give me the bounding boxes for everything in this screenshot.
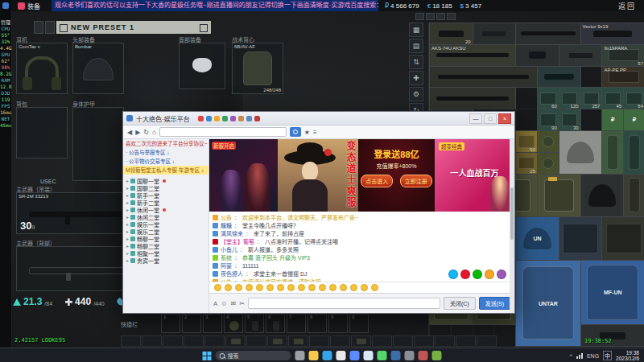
expander-icon[interactable]: ▸: [126, 257, 129, 263]
message-user[interactable]: 夜色撩人: [221, 269, 243, 278]
window-titlebar[interactable]: 十大绝色·娱乐平台 — □ ×: [123, 112, 514, 125]
strip-slot[interactable]: [372, 335, 392, 347]
stash-item[interactable]: 257: [580, 87, 603, 109]
back-icon[interactable]: ◀: [127, 129, 132, 136]
browser-icon[interactable]: [350, 351, 360, 360]
stash-item[interactable]: [537, 66, 581, 88]
slot-earpiece[interactable]: ComTac v: [16, 43, 68, 94]
ad-banner-taoist[interactable]: 变态道士爽服: [278, 139, 358, 212]
message-user[interactable]: 系统: [221, 253, 232, 261]
stash-item[interactable]: ₽: [623, 109, 644, 131]
room-item[interactable]: ▸国聊二堂: [123, 184, 208, 191]
expander-icon[interactable]: ▸: [126, 185, 129, 191]
message-user[interactable]: 【堂主】葡萄: [221, 237, 254, 245]
stash-item[interactable]: [515, 23, 580, 45]
room-item[interactable]: ▸新手二堂: [123, 199, 208, 206]
back-button[interactable]: 返回: [618, 1, 636, 11]
preset-header[interactable]: NEW PRESET 1: [56, 21, 211, 34]
stash-item[interactable]: UN: [515, 216, 559, 261]
room-item[interactable]: ▸畅聊二堂: [123, 242, 208, 249]
obs-icon[interactable]: [405, 351, 415, 360]
quickbar-slot-7[interactable]: 7: [287, 314, 306, 333]
tab-favicon-7[interactable]: [254, 116, 260, 121]
wechat-icon[interactable]: [378, 351, 387, 360]
emoji-icon[interactable]: [361, 284, 368, 291]
tab-favicon-0[interactable]: [198, 116, 204, 121]
room-item[interactable]: ▸新手一堂: [123, 191, 208, 199]
stash-item[interactable]: [537, 152, 559, 175]
stash-item[interactable]: [537, 130, 559, 153]
expander-icon[interactable]: ▸: [126, 178, 129, 183]
quickbar-slot-0[interactable]: 0: [349, 314, 369, 333]
stash-item[interactable]: [429, 87, 516, 109]
room-item[interactable]: ▸娱乐二堂: [123, 228, 208, 235]
notice-item[interactable]: · 公平物价交易专区 ↓: [123, 157, 208, 166]
tray-chevron-icon[interactable]: ^: [570, 353, 572, 359]
strip-slot[interactable]: [309, 335, 329, 347]
expander-icon[interactable]: ▸: [126, 192, 129, 198]
stash-tool-icon-3[interactable]: ✚: [409, 71, 423, 85]
strip-slot[interactable]: [393, 335, 413, 347]
close-chat-button[interactable]: 关闭(C): [444, 297, 476, 310]
expander-icon[interactable]: ▸: [126, 250, 129, 256]
maximize-button[interactable]: □: [484, 113, 497, 124]
expander-icon[interactable]: ▸: [126, 221, 129, 227]
refresh-icon[interactable]: ↻: [143, 129, 149, 136]
strip-slot[interactable]: [435, 335, 455, 347]
forward-icon[interactable]: ▶: [135, 129, 140, 136]
game-icon[interactable]: [497, 269, 506, 279]
sina-icon[interactable]: [460, 269, 470, 279]
ime-indicator[interactable]: 中: [603, 351, 612, 360]
strip-slot[interactable]: [330, 335, 350, 347]
strip-slot[interactable]: [288, 335, 308, 347]
send-button[interactable]: 发送(S): [479, 297, 510, 310]
tab-favicon-5[interactable]: [238, 116, 244, 121]
ad-banner-promo[interactable]: 登录送88亿 充值爆率+800% 点击进入 立即注册: [358, 139, 435, 212]
language-indicator[interactable]: ENG: [587, 353, 599, 359]
expander-icon[interactable]: ▸: [126, 243, 129, 249]
stash-item[interactable]: Vector 9x19: [580, 23, 644, 45]
emoji-icon[interactable]: [340, 284, 347, 291]
scrollbar[interactable]: [510, 139, 514, 313]
quickbar-slot-9[interactable]: 9: [328, 314, 348, 333]
message-user[interactable]: 公告: [221, 213, 232, 221]
strip-slot[interactable]: [204, 335, 225, 347]
stash-item[interactable]: 120: [559, 87, 581, 109]
emoji-icon[interactable]: [246, 284, 253, 291]
stash-item[interactable]: [537, 174, 581, 218]
stash-item[interactable]: [623, 130, 644, 175]
stash-tab-3[interactable]: [436, 13, 445, 20]
tab-favicon-3[interactable]: [222, 116, 228, 121]
stash-tab-2[interactable]: [426, 13, 435, 20]
home-icon[interactable]: ⌂: [152, 129, 156, 136]
attachment-icon[interactable]: ✉: [231, 300, 237, 307]
strip-slot[interactable]: [267, 335, 287, 347]
message-user[interactable]: 糖糖: [221, 221, 232, 229]
slot-backpack[interactable]: [16, 107, 68, 158]
emoji-icon[interactable]: [277, 284, 284, 291]
slot-body-armor[interactable]: [72, 107, 124, 181]
room-item[interactable]: ▸休闲二堂: [123, 213, 208, 220]
stash-item[interactable]: [623, 174, 644, 218]
qq-icon[interactable]: [364, 351, 374, 360]
emoji-icon[interactable]: [308, 284, 316, 291]
room-item[interactable]: ▸国聊一堂: [123, 177, 208, 184]
stash-tab-1[interactable]: [415, 13, 424, 20]
strip-slot[interactable]: [351, 335, 371, 347]
emoji-icon[interactable]: [350, 284, 357, 291]
emoji-icon[interactable]: [256, 284, 263, 291]
qq-icon[interactable]: [448, 269, 458, 279]
tray-clock[interactable]: 19:38 2023/12/6: [616, 350, 639, 361]
stash-tab-4[interactable]: [447, 13, 456, 20]
room-item[interactable]: ▸贵宾一堂: [123, 257, 208, 264]
screenshot-icon[interactable]: ✂: [239, 300, 245, 307]
edge-icon[interactable]: [323, 351, 332, 360]
message-user[interactable]: 清风徐来: [221, 229, 243, 237]
emoji-icon[interactable]: [266, 284, 274, 291]
stash-item[interactable]: [601, 216, 644, 261]
ad-banner-pink[interactable]: 超变经典 一人血战百万: [435, 139, 514, 212]
strip-slot[interactable]: [456, 335, 476, 347]
notice-item[interactable]: · 公告与举报专区 ↓: [123, 148, 208, 157]
tab-favicon-6[interactable]: [246, 116, 252, 121]
stash-item[interactable]: 50: [515, 130, 538, 153]
